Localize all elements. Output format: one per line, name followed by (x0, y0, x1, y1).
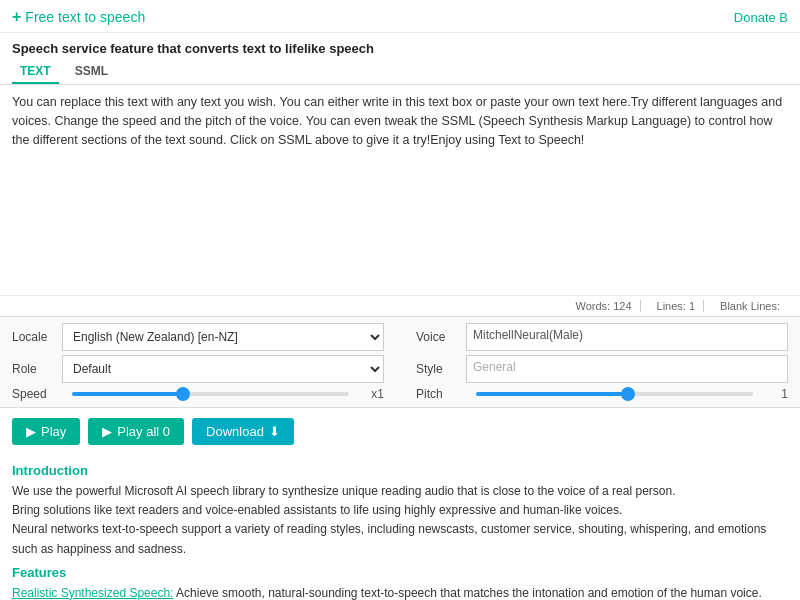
pitch-value: 1 (763, 387, 788, 401)
introduction-section: Introduction We use the powerful Microso… (0, 455, 800, 600)
pitch-group: Pitch 1 (416, 387, 788, 401)
intro-line-1: We use the powerful Microsoft AI speech … (12, 482, 788, 501)
role-label: Role (12, 362, 62, 376)
blank-lines: Blank Lines: (712, 300, 788, 312)
play-icon: ▶ (26, 424, 36, 439)
role-style-row: Role Default Style General (12, 355, 788, 383)
header: Free text to speech Donate B (0, 0, 800, 33)
speed-slider[interactable] (72, 392, 349, 396)
controls-section: Locale English (New Zealand) [en-NZ] Voi… (0, 316, 800, 408)
action-buttons: ▶ Play ▶ Play all 0 Download ⬇ (0, 408, 800, 455)
features-heading: Features (12, 565, 788, 580)
style-group: Style General (416, 355, 788, 383)
speed-pitch-row: Speed x1 Pitch 1 (12, 387, 788, 401)
style-value: General (466, 355, 788, 383)
pitch-slider[interactable] (476, 392, 753, 396)
pitch-label: Pitch (416, 387, 466, 401)
page-subtitle: Speech service feature that converts tex… (0, 33, 800, 60)
download-button[interactable]: Download ⬇ (192, 418, 294, 445)
speed-value: x1 (359, 387, 384, 401)
text-content-area[interactable]: You can replace this text with any text … (0, 85, 800, 295)
speed-label: Speed (12, 387, 62, 401)
voice-group: Voice MitchellNeural(Male) (416, 323, 788, 351)
feature-text: Achieve smooth, natural-sounding text-to… (176, 586, 762, 600)
play-all-icon: ▶ (102, 424, 112, 439)
role-group: Role Default (12, 355, 384, 383)
tab-bar: TEXT SSML (0, 60, 800, 85)
tab-text[interactable]: TEXT (12, 60, 59, 84)
intro-line-3: Neural networks text-to-speech support a… (12, 520, 788, 558)
play-label: Play (41, 424, 66, 439)
tab-ssml[interactable]: SSML (67, 60, 116, 84)
locale-label: Locale (12, 330, 62, 344)
play-button[interactable]: ▶ Play (12, 418, 80, 445)
app-title-text: Free text to speech (25, 9, 145, 25)
speed-group: Speed x1 (12, 387, 384, 401)
locale-voice-row: Locale English (New Zealand) [en-NZ] Voi… (12, 323, 788, 351)
locale-select[interactable]: English (New Zealand) [en-NZ] (62, 323, 384, 351)
download-label: Download (206, 424, 264, 439)
intro-heading: Introduction (12, 463, 788, 478)
app-title: Free text to speech (12, 8, 145, 26)
role-select[interactable]: Default (62, 355, 384, 383)
voice-label: Voice (416, 330, 466, 344)
donate-link[interactable]: Donate B (734, 10, 788, 25)
intro-line-2: Bring solutions like text readers and vo… (12, 501, 788, 520)
locale-group: Locale English (New Zealand) [en-NZ] (12, 323, 384, 351)
play-all-button[interactable]: ▶ Play all 0 (88, 418, 184, 445)
word-count-bar: Words: 124 Lines: 1 Blank Lines: (0, 295, 800, 316)
textarea-text[interactable]: You can replace this text with any text … (12, 93, 788, 149)
style-label: Style (416, 362, 466, 376)
features-item: Realistic Synthesized Speech: Achieve sm… (12, 584, 788, 600)
lines-count: Lines: 1 (649, 300, 705, 312)
words-count: Words: 124 (567, 300, 640, 312)
download-icon: ⬇ (269, 424, 280, 439)
voice-value: MitchellNeural(Male) (466, 323, 788, 351)
feature-link[interactable]: Realistic Synthesized Speech: (12, 586, 173, 600)
play-all-label: Play all 0 (117, 424, 170, 439)
